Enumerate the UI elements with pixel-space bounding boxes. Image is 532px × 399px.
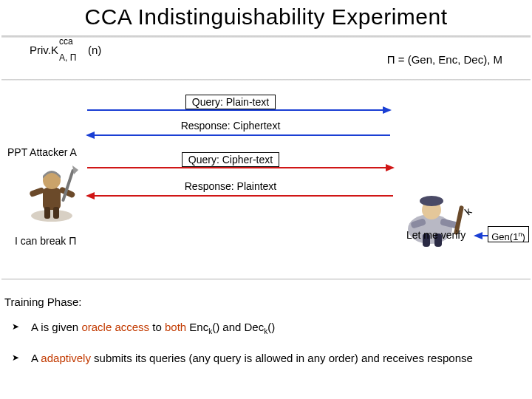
b1-mid: to xyxy=(149,321,165,333)
privk-text: Priv.K xyxy=(30,44,58,56)
msg-query-ciphertext: Query: Cipher-text xyxy=(134,152,327,167)
b1-pa: Enc xyxy=(186,321,208,333)
verifier-speech: Let me verify xyxy=(406,229,466,241)
bullet-2: A adaptively submits its queries (any qu… xyxy=(7,350,523,367)
msg-query-plaintext: Query: Plain-text xyxy=(134,95,327,109)
privk-sup: cca xyxy=(59,37,73,46)
b2-hl: adaptively xyxy=(41,352,91,364)
divider-lower xyxy=(1,279,531,280)
training-phase-title: Training Phase: xyxy=(4,296,82,308)
privk-sub: A, Π xyxy=(59,53,76,62)
divider-upper xyxy=(1,79,531,81)
svg-rect-1 xyxy=(43,188,61,210)
slide-title: CCA Indistinguishability Experiment xyxy=(0,4,532,30)
b2-pre: A xyxy=(31,352,41,364)
msg-response-ciphertext: Response: Ciphertext xyxy=(134,120,327,132)
b2-post: submits its queries (any query is allowe… xyxy=(91,352,473,364)
bullet-1: A is given oracle access to both Enck() … xyxy=(7,319,523,337)
b1-hl1: oracle access xyxy=(81,321,149,333)
arrow-response-plaintext xyxy=(87,195,393,197)
svg-rect-2 xyxy=(29,187,45,197)
b1-pb: () and Dec xyxy=(212,321,264,333)
attacker-speech: I can break Π xyxy=(15,235,76,247)
privk-arg: (n) xyxy=(88,44,101,55)
msg-query-plaintext-text: Query: Plain-text xyxy=(185,95,276,109)
svg-point-15 xyxy=(420,196,443,206)
slide: CCA Indistinguishability Experiment Priv… xyxy=(0,0,532,399)
svg-rect-5 xyxy=(53,207,59,219)
attacker-label: PPT Attacker A xyxy=(7,146,77,158)
gen-prefix: Gen(1 xyxy=(491,231,518,242)
b1-pre: A is given xyxy=(31,321,81,333)
gen-box: Gen(1n) xyxy=(488,226,529,242)
arrow-gen-to-k xyxy=(475,235,488,236)
title-rule xyxy=(1,35,531,38)
training-bullets: A is given oracle access to both Enck() … xyxy=(7,319,523,381)
b1-pc: () xyxy=(267,321,275,333)
experiment-symbol: Priv.K cca A, Π (n) xyxy=(30,44,58,55)
gen-suffix: ) xyxy=(522,231,525,242)
scheme-definition: Π = (Gen, Enc, Dec), M xyxy=(387,53,502,66)
b1-hl2: both xyxy=(165,321,186,333)
privk-base: Priv.K cca A, Π (n) xyxy=(30,44,58,55)
msg-response-plaintext: Response: Plaintext xyxy=(134,180,327,192)
attacker-icon xyxy=(22,161,81,223)
svg-rect-4 xyxy=(44,207,50,219)
svg-point-0 xyxy=(31,210,72,222)
arrow-query-ciphertext xyxy=(87,167,393,168)
msg-query-ciphertext-text: Query: Cipher-text xyxy=(182,152,279,167)
arrow-query-plaintext xyxy=(87,109,390,111)
arrow-response-ciphertext xyxy=(87,134,390,136)
